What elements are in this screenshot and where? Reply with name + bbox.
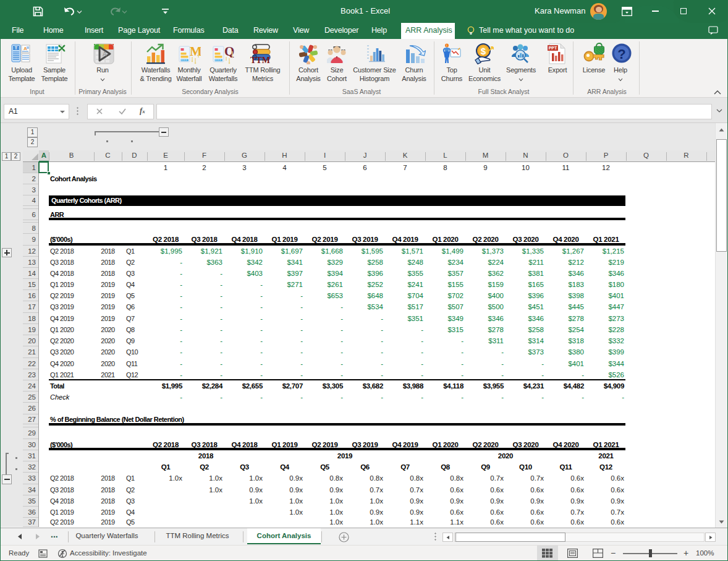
- svg-text:T: T: [15, 46, 18, 50]
- svg-text:?: ?: [617, 46, 625, 62]
- svg-text:M: M: [190, 44, 201, 59]
- svg-text:TTM: TTM: [250, 56, 270, 64]
- svg-text:Q: Q: [224, 44, 234, 59]
- svg-text:$: $: [481, 46, 486, 56]
- svg-text:A: A: [103, 51, 107, 58]
- svg-text:PPT: PPT: [549, 46, 557, 50]
- svg-text:!: !: [446, 44, 447, 48]
